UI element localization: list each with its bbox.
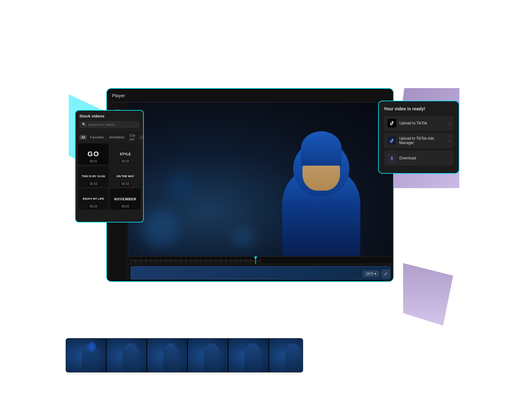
tiktok-ads-chevron-icon: › bbox=[448, 138, 450, 143]
bokeh-2 bbox=[168, 174, 193, 199]
timeline-ruler bbox=[128, 257, 393, 264]
frame-content-4 bbox=[228, 338, 268, 372]
thumb-label-2: THIS IS MY VLOG bbox=[82, 175, 105, 178]
frame-hood-0 bbox=[88, 342, 96, 352]
thumb-label-0: GO bbox=[88, 151, 99, 158]
filter-tabs: All Favorites Animation Cut-out ▾ bbox=[76, 130, 143, 143]
download-icon bbox=[388, 154, 396, 162]
person-figure bbox=[274, 131, 368, 256]
thumb-duration-2: 00:03 bbox=[88, 182, 98, 186]
video-thumb-2[interactable]: THIS IS MY VLOG 00:03 bbox=[78, 166, 109, 187]
timeline-area bbox=[128, 256, 393, 281]
frame-person-4 bbox=[244, 343, 261, 372]
video-thumb-5[interactable]: NOVEMBER 00:03 bbox=[110, 188, 141, 210]
aspect-chevron-icon: ▾ bbox=[374, 272, 376, 276]
tiktok-ads-label: Upload to TikTok Ads Manager bbox=[399, 136, 448, 145]
main-scene: Player ⊞ Media ▦ Stockvideos ◷ Audio bbox=[75, 69, 450, 351]
tab-animation[interactable]: Animation bbox=[107, 135, 126, 140]
video-thumb-4[interactable]: ENJOY MY LIFE 00:03 bbox=[78, 188, 109, 210]
stock-videos-panel: Stock videos 🔍 All Favorites Animation C… bbox=[75, 110, 144, 222]
tab-all[interactable]: All bbox=[79, 135, 87, 140]
video-player-area: 16:9 ▾ ⤢ bbox=[128, 102, 393, 281]
bokeh-1 bbox=[141, 210, 179, 247]
aspect-ratio-value: 16:9 bbox=[366, 272, 373, 276]
frame-person-2 bbox=[163, 343, 178, 372]
thumb-duration-1: 00:03 bbox=[120, 159, 130, 163]
upload-tiktok-ads-left: Upload to TikTok Ads Manager bbox=[388, 136, 448, 145]
aspect-ratio-display: 16:9 ▾ ⤢ bbox=[363, 269, 390, 278]
filmstrip-frame-5 bbox=[269, 338, 303, 372]
video-thumb-0[interactable]: GO 00:01 bbox=[78, 143, 109, 165]
tab-favorites[interactable]: Favorites bbox=[88, 135, 106, 140]
thumb-duration-4: 00:03 bbox=[88, 204, 98, 208]
upload-tiktok-option[interactable]: Upload to TikTok › bbox=[384, 116, 454, 131]
video-grid: GO 00:01 STYLE 00:03 THIS IS MY VLOG 00:… bbox=[76, 143, 143, 212]
filmstrip-container bbox=[66, 338, 303, 372]
frame-person-1 bbox=[122, 343, 139, 372]
frame-content-5 bbox=[269, 338, 303, 372]
stock-panel-title: Stock videos bbox=[79, 114, 139, 118]
download-option[interactable]: Download bbox=[384, 151, 454, 166]
upload-tiktok-left: Upload to TikTok bbox=[388, 119, 427, 128]
thumb-duration-3: 00:03 bbox=[120, 182, 130, 186]
thumb-label-5: NOVEMBER bbox=[114, 198, 137, 201]
filmstrip-frame-0 bbox=[66, 338, 107, 372]
thumb-label-1: STYLE bbox=[120, 152, 131, 156]
frame-content-1 bbox=[107, 338, 147, 372]
filmstrip-inner bbox=[66, 338, 303, 372]
export-panel: Your video is ready! Upload to TikTok › bbox=[378, 101, 459, 174]
fullscreen-button[interactable]: ⤢ bbox=[381, 269, 390, 278]
upload-tiktok-ads-option[interactable]: Upload to TikTok Ads Manager › bbox=[384, 133, 454, 148]
tiktok-chevron-icon: › bbox=[448, 121, 450, 126]
search-bar: 🔍 bbox=[79, 121, 139, 128]
download-left: Download bbox=[388, 154, 416, 162]
frame-content-3 bbox=[188, 338, 228, 372]
search-icon: 🔍 bbox=[82, 122, 86, 127]
ruler-marks bbox=[128, 257, 393, 264]
thumb-duration-0: 00:01 bbox=[88, 159, 98, 163]
thumb-label-3: ON THE WAY bbox=[117, 175, 134, 178]
filter-chevron-icon[interactable]: ▾ bbox=[139, 135, 144, 140]
filmstrip-frame-3 bbox=[188, 338, 228, 372]
playhead-connector-circle bbox=[261, 282, 266, 287]
tiktok-svg bbox=[389, 121, 394, 126]
thumb-label-4: ENJOY MY LIFE bbox=[83, 197, 104, 201]
frame-content-2 bbox=[147, 338, 187, 372]
thumb-duration-5: 00:03 bbox=[120, 204, 130, 208]
bg-decoration-purple2 bbox=[403, 263, 453, 326]
stock-panel-header: Stock videos 🔍 bbox=[76, 111, 143, 130]
tab-cutout[interactable]: Cut-out bbox=[128, 133, 138, 142]
window-header: Player bbox=[107, 89, 393, 102]
filmstrip-frame-1 bbox=[107, 338, 147, 372]
frame-content-0 bbox=[66, 338, 106, 372]
search-input[interactable] bbox=[88, 123, 137, 127]
filmstrip-frame-2 bbox=[147, 338, 188, 372]
tiktok-ads-icon bbox=[388, 136, 396, 145]
download-label: Download bbox=[399, 156, 416, 160]
hood-peak bbox=[301, 131, 342, 166]
window-body: ⊞ Media ▦ Stockvideos ◷ Audio T Text ⏱ bbox=[107, 102, 393, 281]
playhead[interactable] bbox=[255, 257, 256, 264]
fullscreen-icon: ⤢ bbox=[384, 271, 388, 276]
export-title: Your video is ready! bbox=[384, 106, 454, 111]
download-svg bbox=[390, 156, 394, 160]
aspect-ratio-button[interactable]: 16:9 ▾ bbox=[363, 270, 379, 277]
video-thumb-1[interactable]: STYLE 00:03 bbox=[110, 143, 141, 165]
tiktok-icon bbox=[388, 119, 396, 128]
filmstrip-frame-4 bbox=[228, 338, 269, 372]
tiktok-label: Upload to TikTok bbox=[399, 121, 427, 125]
timeline-track bbox=[128, 264, 393, 281]
window-title: Player bbox=[112, 93, 125, 98]
frame-person-3 bbox=[204, 343, 220, 372]
frame-person-5 bbox=[285, 343, 301, 372]
tiktok-ads-svg bbox=[389, 138, 394, 143]
track-clip[interactable] bbox=[131, 266, 391, 279]
main-editor-window: Player ⊞ Media ▦ Stockvideos ◷ Audio bbox=[106, 88, 394, 282]
video-thumb-3[interactable]: ON THE WAY 00:03 bbox=[110, 166, 141, 187]
